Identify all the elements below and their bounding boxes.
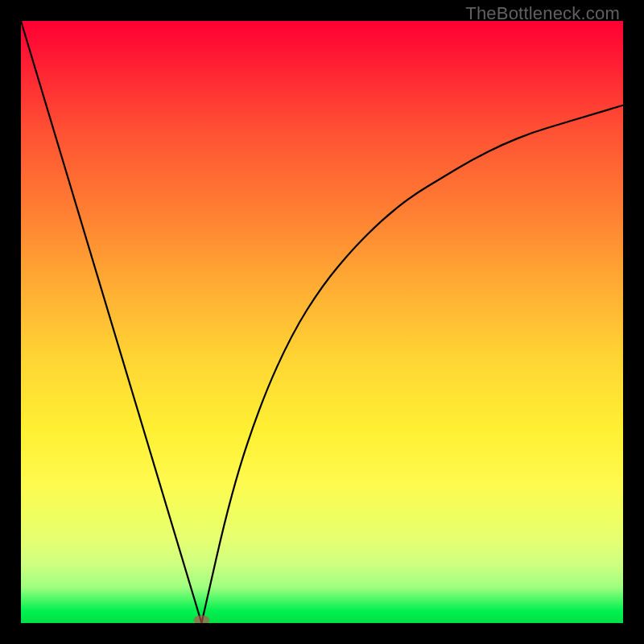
plot-area xyxy=(21,21,623,623)
min-point-marker xyxy=(193,615,209,623)
left-curve-line xyxy=(21,21,201,623)
chart-container: TheBottleneck.com xyxy=(0,0,644,644)
right-curve-line xyxy=(201,105,623,623)
chart-svg xyxy=(21,21,623,623)
